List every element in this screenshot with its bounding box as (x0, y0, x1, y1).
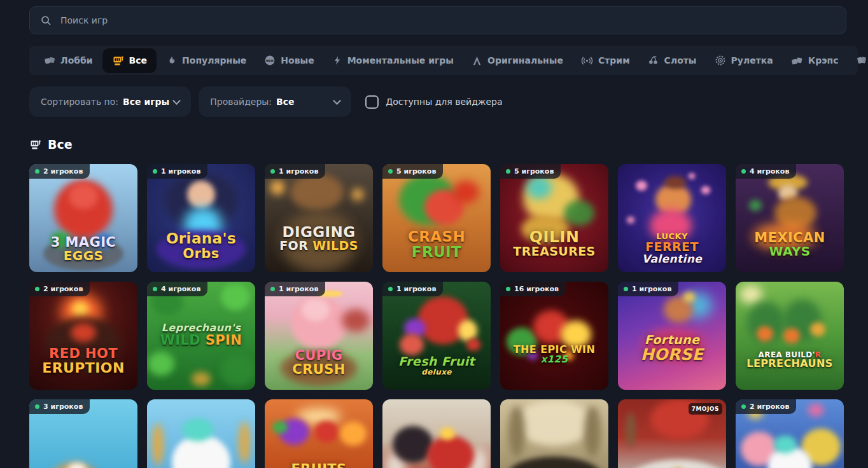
players-badge: 1 игроков (618, 282, 678, 296)
art-blob (507, 457, 602, 468)
game-card-orianas-orbs[interactable]: Oriana'sOrbs1 игроков (147, 164, 255, 272)
providers-select[interactable]: Провайдеры: Все (199, 86, 351, 117)
tab-roulette-wheel[interactable]: Рулетка (706, 50, 781, 71)
game-title: FortuneHORSE (618, 334, 726, 363)
tab-lobby-dice[interactable]: Лобби (36, 50, 101, 71)
slot-machine-icon (29, 139, 41, 151)
game-title-text: CUPIG (295, 348, 343, 363)
online-dot-icon (35, 169, 39, 174)
wager-filter[interactable]: Доступны для вейджера (365, 95, 502, 109)
game-title: Fresh Fruitdeluxe (382, 355, 491, 376)
search-bar (29, 6, 846, 34)
game-title-text: CRASH (408, 228, 465, 245)
game-card-red-hot-eruption[interactable]: RED HOTERUPTION2 игроков (29, 282, 137, 390)
game-title: QILINTREASURES (500, 229, 608, 258)
lobby-dice-icon (44, 55, 55, 66)
game-title: LUCKYFERRETValentine (618, 232, 726, 265)
art-blob (340, 422, 367, 446)
game-card-lucky-animals[interactable]: Lucky2 игроков (736, 399, 844, 468)
art-blob (220, 354, 255, 386)
game-card-cupig-crush[interactable]: CUPIGCRUSH1 игроков (265, 282, 373, 390)
players-count: 5 игроков (396, 167, 436, 176)
tab-flame[interactable]: Популярные (158, 50, 255, 71)
games-grid: 3 MAGICEGGS2 игроковOriana'sOrbs1 игроко… (29, 164, 858, 468)
tab-cherries[interactable]: Слоты (640, 50, 705, 71)
search-icon (40, 15, 52, 26)
game-card-pony-festival-game[interactable] (147, 399, 255, 468)
art-blob (701, 186, 710, 194)
game-card-qilin-treasures[interactable]: QILINTREASURES5 игроков (500, 164, 608, 272)
game-title-text: FOR (279, 238, 312, 252)
online-dot-icon (153, 287, 157, 291)
game-card-the-epic-win-x125[interactable]: THE EPIC WINx12516 игроков (500, 282, 608, 390)
art-blob (683, 292, 696, 302)
tab-broadcast[interactable]: Стрим (573, 50, 638, 72)
art-blob (526, 176, 552, 199)
game-title-text: Valentine (642, 252, 702, 265)
players-count: 1 игроков (279, 167, 318, 176)
game-card-3-magic-eggs[interactable]: 3 MAGICEGGS2 игроков (29, 164, 137, 272)
art-blob (774, 436, 797, 453)
players-count: 3 игроков (43, 403, 83, 411)
art-blob (71, 323, 96, 342)
game-card-roulette-gold[interactable] (500, 399, 608, 468)
category-tabbar: ЛоббиВсеПопулярныеNEWНовыеМоментальные и… (29, 46, 858, 75)
players-count: 16 игроков (514, 285, 559, 293)
tab-brand-a[interactable]: Оригинальные (463, 50, 571, 71)
game-title-text: x125 (541, 354, 568, 365)
game-title-text: FRUITS (291, 462, 346, 468)
art-blob (302, 298, 330, 321)
players-badge: 16 игроков (500, 282, 566, 296)
section-header: Все (29, 137, 858, 151)
game-card-lucky-horse-red-envelopes[interactable]: Lucky (382, 399, 491, 468)
cherries-icon (648, 55, 659, 66)
game-card-mexican-ways[interactable]: MEXICANWAYS4 игроков (736, 164, 844, 272)
tab-dice-pair[interactable]: Крэпс (783, 50, 847, 72)
players-badge: 5 игроков (382, 164, 443, 179)
art-blob (810, 322, 825, 336)
players-count: 1 игроков (279, 285, 318, 293)
broadcast-icon (581, 55, 593, 67)
tab-new-badge[interactable]: NEWНовые (256, 50, 322, 71)
art-blob (427, 436, 474, 468)
game-card-fruits-treasure[interactable]: FRUITSTREASURE (265, 399, 373, 468)
game-card-7-fresh-fruit-deluxe[interactable]: Fresh Fruitdeluxe1 игроков (382, 282, 491, 390)
game-card-leprechauns-wild-spin[interactable]: Leprechaun'sWILD SPIN4 игроков (147, 282, 255, 390)
art-blob (221, 284, 250, 310)
art-blob (187, 181, 215, 209)
svg-text:NEW: NEW (266, 59, 274, 62)
players-badge: 3 игроков (29, 399, 90, 414)
game-card-dragon-sky-game[interactable]: 3 игроков (29, 399, 137, 468)
players-count: 2 игроков (43, 167, 83, 176)
chevron-down-icon (333, 97, 341, 105)
players-badge: 2 игроков (736, 399, 796, 414)
online-dot-icon (270, 169, 275, 174)
tab-lightning[interactable]: Моментальные игры (324, 50, 462, 71)
online-dot-icon (741, 404, 746, 409)
game-title: CUPIGCRUSH (265, 348, 373, 376)
art-blob (452, 181, 479, 203)
game-card-fortune-horse[interactable]: FortuneHORSE1 игроков (618, 282, 726, 390)
tab-slot-machine[interactable]: Все (102, 48, 157, 73)
game-title-text: Fresh Fruit (398, 354, 475, 368)
game-card-area-buildr-leprechauns[interactable]: AREA BUILD'RLEPRECHAUNS (736, 282, 844, 390)
art-blob (508, 406, 525, 457)
art-blob (72, 301, 88, 317)
game-title-text: ERUPTION (42, 360, 124, 376)
tab-cards[interactable]: Карты (848, 50, 868, 71)
art-blob (290, 174, 344, 210)
wager-label: Доступны для вейджера (386, 97, 502, 107)
game-title: RED HOTERUPTION (29, 347, 137, 375)
game-card-roulette-white[interactable]: 7MOJOS (618, 399, 726, 468)
wager-checkbox[interactable] (365, 95, 379, 109)
game-card-crash-fruit[interactable]: CRASHFRUIT5 игроков (382, 164, 491, 272)
search-input[interactable] (59, 15, 836, 26)
sort-select[interactable]: Сортировать по: Все игры (29, 86, 191, 117)
game-card-digging-for-wilds[interactable]: DIGGINGFOR WILDS1 игроков (265, 164, 373, 272)
sort-value: Все игры (123, 97, 169, 107)
players-badge: 1 игроков (382, 282, 443, 296)
game-card-lucky-ferret-valentine[interactable]: LUCKYFERRETValentine (618, 164, 726, 272)
game-title-text: WILD (160, 333, 206, 348)
game-title-text: HORSE (641, 345, 704, 364)
providers-value: Все (276, 97, 294, 107)
